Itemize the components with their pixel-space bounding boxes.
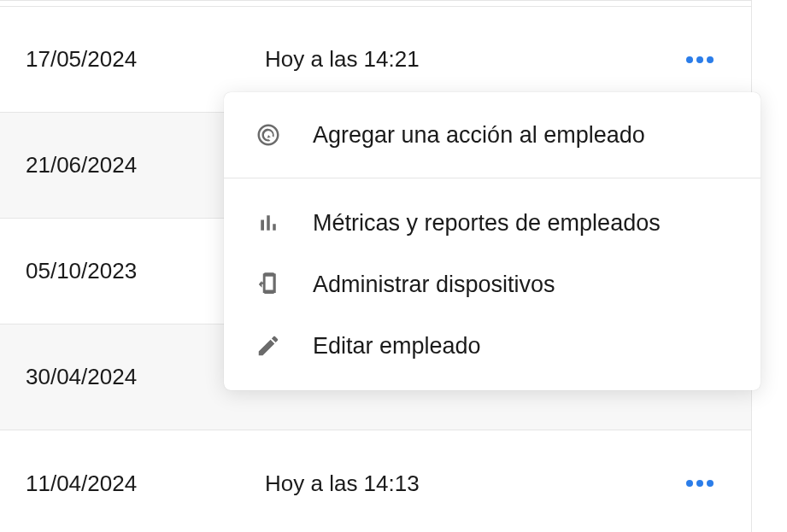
table-row: 11/04/2024 Hoy a las 14:13 bbox=[0, 430, 751, 532]
more-icon bbox=[686, 480, 714, 487]
actions-dropdown-menu: Agregar una acción al empleado Métricas … bbox=[224, 92, 761, 390]
menu-item-label: Administrar dispositivos bbox=[313, 272, 555, 298]
chart-icon bbox=[255, 209, 282, 237]
date-cell: 11/04/2024 bbox=[26, 471, 265, 497]
row-actions-button[interactable] bbox=[674, 480, 725, 487]
menu-item-label: Editar empleado bbox=[313, 333, 481, 360]
menu-item-metrics[interactable]: Métricas y reportes de empleados bbox=[224, 192, 761, 254]
pencil-icon bbox=[255, 332, 282, 360]
time-cell: Hoy a las 14:21 bbox=[265, 46, 674, 73]
menu-item-label: Agregar una acción al empleado bbox=[313, 122, 645, 149]
menu-item-label: Métricas y reportes de empleados bbox=[313, 210, 661, 237]
more-icon bbox=[686, 56, 714, 63]
menu-item-edit[interactable]: Editar empleado bbox=[224, 315, 761, 377]
menu-item-add-action[interactable]: Agregar una acción al empleado bbox=[224, 92, 761, 178]
device-icon bbox=[255, 271, 282, 298]
row-actions-button[interactable] bbox=[674, 56, 725, 63]
target-icon bbox=[255, 121, 282, 149]
menu-item-devices[interactable]: Administrar dispositivos bbox=[224, 254, 761, 315]
table-header-spacer bbox=[0, 0, 751, 7]
time-cell: Hoy a las 14:13 bbox=[265, 471, 674, 497]
date-cell: 17/05/2024 bbox=[26, 46, 265, 73]
